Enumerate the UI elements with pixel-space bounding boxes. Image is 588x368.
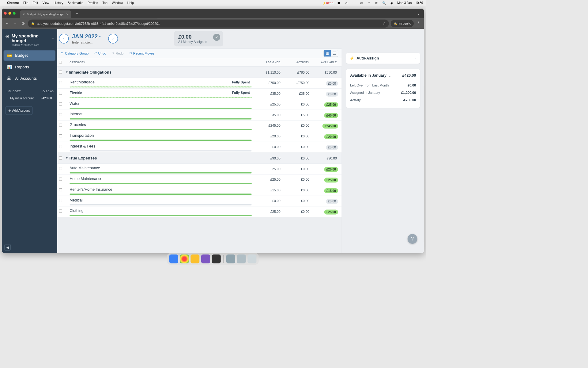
category-row[interactable]: Groceries £245.00 £0.00 £245.00 (57, 121, 342, 131)
row-assigned[interactable]: £750.00 (252, 80, 281, 85)
tab-close-button[interactable]: ✕ (66, 13, 69, 16)
row-checkbox[interactable] (59, 81, 62, 84)
address-bar[interactable]: 🔒 app.youneedabudget.com/fe67162b-e665-4… (28, 20, 389, 28)
menu-help[interactable]: Help (127, 1, 134, 5)
row-checkbox[interactable] (59, 188, 62, 191)
category-row[interactable]: Transportation £20.00 £0.00 £20.00 (57, 131, 342, 142)
category-row[interactable]: Auto Maintenance £25.00 £0.00 £25.00 (57, 164, 342, 174)
month-picker[interactable]: JAN 2022 ▾ (72, 33, 105, 40)
view-list-button[interactable]: ☰ (331, 50, 338, 57)
nav-budget[interactable]: 💳 Budget (4, 50, 55, 60)
auto-assign-button[interactable]: ⚡ Auto-Assign › (346, 53, 420, 63)
category-row[interactable]: Water £25.00 £0.00 £25.00 (57, 99, 342, 110)
category-row[interactable]: Medical £0.00 £0.00 £0.00 (57, 196, 342, 207)
row-available[interactable]: £25.00 (309, 177, 338, 182)
row-checkbox[interactable] (59, 102, 62, 105)
siri-icon[interactable]: ◉ (390, 1, 394, 5)
dock-folder-icon[interactable] (226, 255, 235, 263)
menu-view[interactable]: View (43, 1, 49, 5)
menu-app-name[interactable]: Chrome (7, 1, 19, 5)
category-row[interactable]: Clothing £25.00 £0.00 £25.00 (57, 206, 342, 217)
row-checkbox[interactable] (59, 199, 62, 202)
dock-chrome-icon[interactable] (180, 255, 189, 263)
back-button[interactable]: ← (4, 21, 10, 27)
row-assigned[interactable]: £0.00 (252, 144, 281, 149)
row-assigned[interactable]: £25.00 (252, 209, 281, 213)
category-row[interactable]: Electric Fully Spent £35.00 -£35.00 £0.0… (57, 89, 342, 99)
nav-all-accounts[interactable]: 🏛 All Accounts (4, 74, 55, 84)
collapse-sidebar-button[interactable]: ◀ (4, 244, 10, 250)
recent-moves-button[interactable]: ⟲Recent Moves (129, 51, 154, 55)
row-available[interactable]: £25.00 (309, 209, 338, 215)
dock-trash-icon[interactable] (247, 255, 256, 263)
add-account-button[interactable]: ⊕ Add Account (5, 106, 32, 115)
row-available[interactable]: £40.00 (309, 112, 338, 118)
menu-profiles[interactable]: Profiles (88, 1, 98, 5)
dock-app-icon[interactable] (201, 255, 210, 263)
window-maximize-button[interactable] (13, 12, 16, 15)
row-checkbox[interactable] (59, 124, 62, 127)
macos-dock[interactable] (167, 253, 259, 265)
row-assigned[interactable]: £245.00 (252, 123, 281, 127)
budget-switcher[interactable]: ✳ My spending budget▾ 5d485270@uifeed.co… (2, 32, 57, 50)
row-available[interactable]: £245.00 (309, 123, 338, 128)
menu-tab[interactable]: Tab (102, 1, 107, 5)
row-assigned[interactable]: £25.00 (252, 102, 281, 106)
row-checkbox[interactable] (59, 92, 62, 95)
status-icon-2[interactable]: ⋯ (352, 1, 356, 5)
row-assigned[interactable]: £0.00 (252, 198, 281, 203)
group-checkbox[interactable] (59, 156, 62, 159)
next-month-button[interactable]: › (108, 34, 118, 44)
category-row[interactable]: Rent/Mortgage Fully Spent £750.00 -£750.… (57, 78, 342, 89)
category-row[interactable]: Renter's/Home Insurance £15.00 £0.00 £15… (57, 185, 342, 196)
row-available[interactable]: £0.00 (309, 91, 338, 97)
nav-reports[interactable]: 📊 Reports (4, 62, 55, 72)
wifi-icon[interactable]: ⌃ (367, 1, 371, 5)
menu-bookmarks[interactable]: Bookmarks (68, 1, 83, 5)
row-available[interactable]: £0.00 (309, 144, 338, 150)
row-assigned[interactable]: £35.00 (252, 112, 281, 117)
browser-tab[interactable]: ✳ Budget | My spending budget ✕ (20, 10, 71, 18)
battery-icon[interactable]: ⚡01:13 (322, 1, 333, 5)
menubar-date[interactable]: Mon 3 Jan (397, 1, 412, 5)
row-assigned[interactable]: £25.00 (252, 166, 281, 171)
row-available[interactable]: £20.00 (309, 133, 338, 139)
row-assigned[interactable]: £20.00 (252, 133, 281, 138)
row-assigned[interactable]: £25.00 (252, 177, 281, 181)
display-icon[interactable]: ▭ (360, 1, 364, 5)
account-row[interactable]: My main account £420.00 (5, 94, 54, 102)
category-row[interactable]: Home Maintenance £25.00 £0.00 £25.00 (57, 174, 342, 185)
bookmark-star-button[interactable]: ☆ (383, 21, 386, 25)
collapse-icon[interactable]: ▾ (66, 156, 67, 159)
row-checkbox[interactable] (59, 113, 62, 116)
spotlight-icon[interactable]: 🔍 (382, 1, 386, 5)
row-checkbox[interactable] (59, 134, 62, 137)
collapse-icon[interactable]: ▾ (66, 71, 67, 74)
help-button[interactable]: ? (408, 234, 417, 244)
row-checkbox[interactable] (59, 167, 62, 170)
budget-section-header[interactable]: ⌄BUDGET £420.00 (5, 89, 54, 94)
row-checkbox[interactable] (59, 145, 62, 148)
incognito-chip[interactable]: 🕵 Incognito (391, 20, 414, 27)
row-available[interactable]: £0.00 (309, 80, 338, 86)
chrome-menu-button[interactable]: ⋮ (416, 21, 422, 27)
available-toggle[interactable]: Available in January⌄ £420.00 (350, 73, 416, 78)
group-checkbox[interactable] (59, 71, 62, 74)
category-group-row[interactable]: ▾Immediate Obligations £1,110.00 -£780.0… (57, 67, 342, 78)
window-minimize-button[interactable] (9, 12, 11, 15)
tab-list-button[interactable]: ⌄ (415, 11, 422, 16)
row-available[interactable]: £0.00 (309, 198, 338, 204)
new-tab-button[interactable]: ＋ (74, 11, 81, 16)
select-all-checkbox[interactable] (59, 60, 62, 63)
dock-notes-icon[interactable] (190, 255, 199, 263)
view-card-button[interactable]: ▦ (324, 50, 331, 57)
dock-folder-icon[interactable] (237, 255, 246, 263)
month-note-input[interactable] (72, 40, 105, 44)
control-center-icon[interactable]: ⊚ (375, 1, 379, 5)
redo-button[interactable]: ↷Redo (111, 51, 124, 55)
row-available[interactable]: £25.00 (309, 166, 338, 172)
dock-finder-icon[interactable] (169, 255, 178, 263)
row-checkbox[interactable] (59, 178, 62, 181)
window-close-button[interactable] (4, 12, 7, 15)
forward-button[interactable]: → (12, 21, 18, 27)
